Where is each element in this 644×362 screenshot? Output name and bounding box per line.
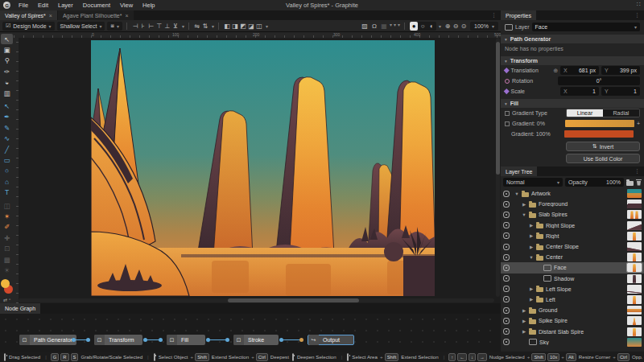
tab-properties[interactable]: Properties xyxy=(501,10,536,20)
use-solid-color-button[interactable]: Use Solid Color xyxy=(566,154,640,163)
link-input-dot[interactable] xyxy=(299,338,303,342)
select-tool[interactable]: ↖ xyxy=(1,34,13,44)
gradient-type-radial-button[interactable]: Radial xyxy=(603,109,639,117)
layer-row[interactable]: ▶Foreground xyxy=(501,199,644,209)
menu-help[interactable]: Help xyxy=(138,0,159,10)
swap-colors-icon[interactable]: ⇄ xyxy=(3,297,7,302)
boolean-subtract-front-icon[interactable]: ◨ xyxy=(231,22,239,31)
view-mode-outline-icon[interactable]: ○ xyxy=(419,22,427,31)
node-path-generator[interactable]: ⊡Path Generator xyxy=(19,335,76,345)
reset-colors-icon[interactable]: ▫ xyxy=(9,297,10,302)
document-tab[interactable]: Valley of Spires*× xyxy=(0,10,57,20)
expand-arrow-icon[interactable]: ▶ xyxy=(529,297,534,302)
eyedropper-tool[interactable]: ✑ xyxy=(1,66,13,76)
layer-row[interactable]: ▶Left xyxy=(501,294,644,305)
horizontal-scrollbar-handle[interactable] xyxy=(228,298,359,302)
scale-y-field[interactable]: Y 1 xyxy=(601,87,640,96)
parameter-pip-icon[interactable] xyxy=(504,88,509,93)
expand-arrow-icon[interactable]: ▶ xyxy=(522,329,526,334)
layer-row[interactable]: ▶Distant Slab Spire xyxy=(501,326,644,336)
visibility-eye-icon[interactable] xyxy=(503,318,510,324)
visibility-eye-icon[interactable] xyxy=(503,339,510,345)
link-output-dot[interactable] xyxy=(279,338,283,342)
opacity-slider[interactable]: Opacity 100% xyxy=(565,178,624,187)
link-output-dot[interactable] xyxy=(143,338,147,342)
imaginate-tool[interactable]: ✶ xyxy=(1,211,13,221)
visibility-eye-icon[interactable] xyxy=(503,265,510,271)
primary-color-swatch[interactable] xyxy=(1,279,10,288)
scale-x-field[interactable]: X 1 xyxy=(560,87,599,96)
visibility-eye-icon[interactable] xyxy=(503,191,510,197)
layer-row[interactable]: ▼Center xyxy=(501,252,644,262)
chevron-down-icon[interactable]: ▾ xyxy=(398,22,400,31)
vertical-scrollbar[interactable] xyxy=(496,38,500,297)
canvas-viewport[interactable]: 0100200300400500 xyxy=(14,32,501,303)
menu-document[interactable]: Document xyxy=(78,0,115,10)
horizontal-scrollbar[interactable] xyxy=(19,298,494,302)
visibility-eye-icon[interactable] xyxy=(503,244,510,250)
menu-view[interactable]: View xyxy=(115,0,138,10)
link-input-dot[interactable] xyxy=(159,338,163,342)
vertical-scrollbar-handle[interactable] xyxy=(496,42,500,175)
visibility-eye-icon[interactable] xyxy=(503,254,510,261)
expand-arrow-icon[interactable]: ▶ xyxy=(522,202,526,207)
layer-row[interactable]: ▼Artwork xyxy=(501,188,644,199)
translation-y-field[interactable]: Y 399 px xyxy=(601,66,640,75)
node-graph-canvas[interactable]: ⊡Path Generator⊡Transform⊡Fill⊡Stroke↪Ou… xyxy=(0,314,501,352)
blend-mode-dropdown[interactable]: Normal ▾ xyxy=(503,178,563,187)
align-top-icon[interactable]: ⊤ xyxy=(155,22,163,31)
visibility-eye-icon[interactable] xyxy=(503,201,510,208)
link-output-dot[interactable] xyxy=(72,338,76,342)
pivot-icon[interactable]: ⊕ xyxy=(553,68,558,74)
pivot-dropdown[interactable]: ⧈ ▾ xyxy=(107,22,122,31)
expand-arrow-icon[interactable]: ▶ xyxy=(529,233,534,238)
visibility-eye-icon[interactable] xyxy=(503,222,510,228)
ellipse-tool[interactable]: ○ xyxy=(1,166,13,176)
boolean-difference-icon[interactable]: ◫ xyxy=(255,22,263,31)
new-folder-icon[interactable] xyxy=(626,181,634,186)
visibility-eye-icon[interactable] xyxy=(503,212,510,218)
tab-layer-tree[interactable]: Layer Tree xyxy=(501,167,537,176)
layer-row[interactable]: ▶Spike Spire xyxy=(501,315,644,326)
section-path-generator[interactable]: ▾ Path Generator xyxy=(501,35,644,43)
layer-row[interactable]: Shadow xyxy=(501,274,644,284)
align-left-icon[interactable]: ⊣ xyxy=(131,22,139,31)
link-input-dot[interactable] xyxy=(86,338,90,342)
fill-tool[interactable]: ◒ xyxy=(1,77,13,88)
overlays-icon[interactable]: ▨ xyxy=(361,22,369,31)
visibility-eye-icon[interactable] xyxy=(503,296,510,302)
layer-row[interactable]: ▶Right Slope xyxy=(501,220,644,231)
document-tab[interactable]: Agave Plant Silhouette*× xyxy=(58,10,134,20)
freehand-tool[interactable]: ✎ xyxy=(1,122,13,133)
expand-arrow-icon[interactable]: ▶ xyxy=(522,308,526,313)
zoom-in-icon[interactable]: ⊕ xyxy=(444,22,452,31)
align-bottom-icon[interactable]: ⊻ xyxy=(171,22,180,31)
zoom-level-dropdown[interactable]: 100% ▾ xyxy=(470,22,498,31)
expand-arrow-icon[interactable]: ▼ xyxy=(529,255,534,260)
expand-arrow-icon[interactable]: ▶ xyxy=(529,286,534,291)
panel-options-icon[interactable]: ⋮ xyxy=(487,10,501,20)
text-tool[interactable]: T xyxy=(1,187,13,197)
flip-horizontal-icon[interactable]: ⇋ xyxy=(193,22,201,31)
expand-arrow-icon[interactable]: ▶ xyxy=(529,245,534,249)
design-mode-dropdown[interactable]: ☑ Design Mode ▾ xyxy=(2,22,55,31)
path-tool[interactable]: ↖ xyxy=(1,101,13,111)
align-right-icon[interactable]: ⊢ xyxy=(147,22,155,31)
visibility-eye-icon[interactable] xyxy=(503,275,510,282)
gradient-tool[interactable]: ▥ xyxy=(1,88,13,98)
select-mode-dropdown[interactable]: Shallow Select ▾ xyxy=(57,22,105,31)
delete-layer-icon[interactable] xyxy=(636,179,642,186)
node-transform[interactable]: ⊡Transform xyxy=(94,335,142,345)
parameter-pip-icon[interactable] xyxy=(505,121,510,126)
node-output[interactable]: ↪Output xyxy=(308,335,354,345)
visibility-eye-icon[interactable] xyxy=(503,307,510,314)
window-options-icon[interactable]: ∷ xyxy=(637,1,641,8)
brush-tool[interactable]: ✐ xyxy=(1,222,13,232)
add-gradient-stop-button[interactable]: + xyxy=(637,121,640,126)
graphite-logo-icon[interactable]: G xyxy=(3,2,10,9)
navigate-tool[interactable]: ⚲ xyxy=(1,56,13,66)
visibility-eye-icon[interactable] xyxy=(503,232,510,239)
translation-x-field[interactable]: X 681 px xyxy=(560,66,599,75)
expand-arrow-icon[interactable]: ▼ xyxy=(514,191,519,196)
visibility-eye-icon[interactable] xyxy=(503,286,510,292)
